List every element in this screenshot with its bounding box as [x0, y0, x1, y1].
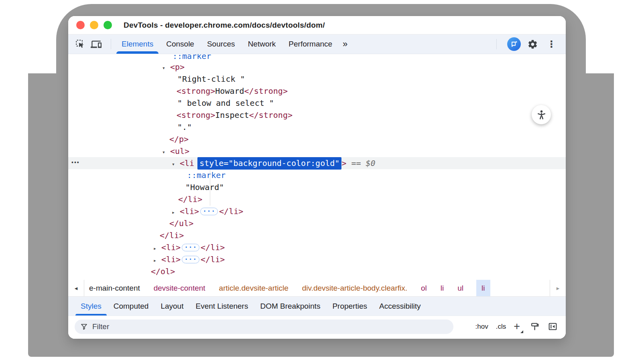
collapsed-children-icon[interactable]: ··· [182, 256, 199, 263]
tab-layout[interactable]: Layout [154, 297, 189, 315]
breadcrumb-item-li[interactable]: li [476, 280, 490, 296]
paint-roller-icon[interactable] [530, 322, 540, 332]
dom-tree-row[interactable]: "Right-click " [68, 73, 566, 85]
filter-bar-controls: :hov .cls + [475, 321, 558, 332]
pseudo-element-token: ::marker [173, 54, 211, 61]
breadcrumb-item-e-main-content[interactable]: e-main-content [88, 280, 141, 296]
tag-token: <strong> [177, 110, 215, 120]
expand-arrow-right-icon[interactable]: ▸ [172, 206, 180, 218]
breadcrumb-item-devsite-content[interactable]: devsite-content [153, 280, 206, 296]
tab-label: Event Listeners [195, 302, 248, 311]
text-token: "Howard" [185, 182, 224, 192]
window-title: DevTools - developer.chrome.com/docs/dev… [124, 21, 325, 30]
breadcrumb-scroll-right-icon[interactable]: ▸ [550, 280, 566, 296]
tab-computed[interactable]: Computed [108, 297, 155, 315]
dom-tree-row[interactable]: </p> [68, 133, 566, 145]
collapse-panel-icon[interactable] [548, 322, 558, 332]
dom-tree-row[interactable]: "." [68, 121, 566, 133]
active-tab-underline [75, 314, 107, 315]
collapsed-children-icon[interactable]: ··· [200, 208, 218, 215]
tab-event-listeners[interactable]: Event Listeners [189, 297, 254, 315]
tag-token: </li> [219, 206, 243, 216]
expand-arrow-down-icon[interactable]: ▾ [162, 146, 170, 158]
dom-tree-row[interactable]: ::marker [68, 54, 566, 61]
overflow-actions-icon[interactable]: ••• [71, 156, 80, 168]
expand-arrow-down-icon[interactable]: ▾ [162, 62, 170, 74]
expand-arrow-right-icon[interactable]: ▸ [153, 255, 161, 267]
tab-elements[interactable]: Elements [115, 34, 160, 54]
dom-tree-row[interactable]: ::marker [68, 169, 566, 181]
expand-arrow-down-icon[interactable]: ▾ [172, 158, 180, 170]
tab-label: Computed [114, 302, 149, 311]
kebab-menu-icon[interactable]: ⋮ [544, 39, 559, 50]
dom-tree-row[interactable]: </li> [68, 193, 566, 205]
breadcrumb-item-ol[interactable]: ol [420, 280, 428, 296]
selected-attribute-token[interactable]: style="background-color:gold" [197, 157, 341, 170]
element-classes-button[interactable]: .cls [496, 323, 506, 331]
text-token: " below and select " [177, 98, 274, 108]
minimize-window-button[interactable] [90, 21, 98, 29]
style-filter-pill[interactable] [75, 320, 453, 334]
dom-tree-row[interactable]: " below and select " [68, 97, 566, 109]
breadcrumb-scroll-left-icon[interactable]: ◂ [68, 280, 84, 296]
breadcrumb-item-li[interactable]: li [440, 280, 445, 296]
breadcrumb-bar: ◂ e-main-contentdevsite-contentarticle.d… [68, 280, 566, 297]
tag-token: </ul> [169, 218, 193, 228]
tab-label: Console [166, 40, 194, 49]
tab-console[interactable]: Console [160, 34, 201, 54]
tag-token: </ol> [151, 267, 175, 276]
new-style-rule-button[interactable]: + [514, 321, 522, 332]
dom-tree-row[interactable]: <strong>Inspect</strong> [68, 109, 566, 121]
tab-label: Performance [288, 40, 332, 49]
text-token: "." [177, 122, 192, 132]
more-tabs-button[interactable]: » [339, 34, 351, 54]
tab-label: Layout [160, 302, 183, 311]
tag-token: <ul> [170, 146, 189, 156]
tag-token: </strong> [244, 86, 288, 96]
pseudo-element-token: ::marker [187, 170, 226, 180]
tab-performance[interactable]: Performance [282, 34, 339, 54]
tag-token: </li> [178, 194, 202, 204]
tab-sources[interactable]: Sources [201, 34, 242, 54]
dollar-zero-token: $0 [366, 158, 376, 168]
dom-tree-row[interactable]: ▸<li>···</li> [68, 241, 566, 253]
dom-tree-row[interactable]: "Howard" [68, 181, 566, 193]
tab-network[interactable]: Network [242, 34, 282, 54]
ai-assistance-icon[interactable] [507, 37, 521, 51]
dom-tree-row[interactable]: </li> [68, 229, 566, 241]
expand-arrow-right-icon[interactable]: ▸ [153, 243, 161, 255]
devtools-toolbar: ElementsConsoleSourcesNetworkPerformance… [68, 34, 566, 54]
dom-tree-row[interactable]: </ol> [68, 265, 566, 277]
device-toolbar-icon[interactable] [91, 39, 102, 50]
accessibility-person-icon[interactable] [532, 105, 551, 124]
dom-tree-row[interactable]: ▸<li>···</li> [68, 253, 566, 265]
collapsed-children-icon[interactable]: ··· [182, 244, 199, 251]
dom-tree-row[interactable]: ▾<p> [68, 61, 566, 73]
tab-dom-breakpoints[interactable]: DOM Breakpoints [254, 297, 326, 315]
dom-tree-row[interactable]: ▾<ul> [68, 145, 566, 157]
stage: DevTools - developer.chrome.com/docs/dev… [0, 0, 642, 364]
settings-gear-icon[interactable] [527, 39, 538, 50]
breadcrumb-item-div-devsite-article-body-clearfix[interactable]: div.devsite-article-body.clearfix. [301, 280, 408, 296]
breadcrumb-list: e-main-contentdevsite-contentarticle.dev… [84, 280, 490, 296]
tab-accessibility[interactable]: Accessibility [373, 297, 427, 315]
filter-funnel-icon [80, 323, 88, 331]
breadcrumb-item-article-devsite-article[interactable]: article.devsite-article [218, 280, 289, 296]
styles-filter-bar: :hov .cls + [68, 316, 566, 339]
dom-tree-row[interactable]: •••▾<listyle="background-color:gold"> ==… [68, 157, 566, 169]
toolbar-divider [111, 39, 111, 49]
inspect-icon[interactable] [75, 39, 85, 50]
toggle-element-state-button[interactable]: :hov [475, 323, 488, 331]
close-window-button[interactable] [76, 21, 85, 29]
filter-input[interactable] [92, 322, 448, 331]
tab-styles[interactable]: Styles [75, 297, 108, 315]
dom-tree-row[interactable]: ▸<li>···</li> [68, 205, 566, 217]
plus-caret-icon [520, 330, 523, 333]
tab-properties[interactable]: Properties [326, 297, 373, 315]
maximize-window-button[interactable] [104, 21, 112, 29]
breadcrumb-item-ul[interactable]: ul [457, 280, 464, 296]
dom-tree-panel: ::marker▾<p>"Right-click "<strong>Howard… [68, 54, 566, 280]
dom-tree-row[interactable]: <strong>Howard</strong> [68, 85, 566, 97]
dom-tree-row[interactable]: </ul> [68, 217, 566, 229]
devtools-window: DevTools - developer.chrome.com/docs/dev… [68, 16, 566, 339]
